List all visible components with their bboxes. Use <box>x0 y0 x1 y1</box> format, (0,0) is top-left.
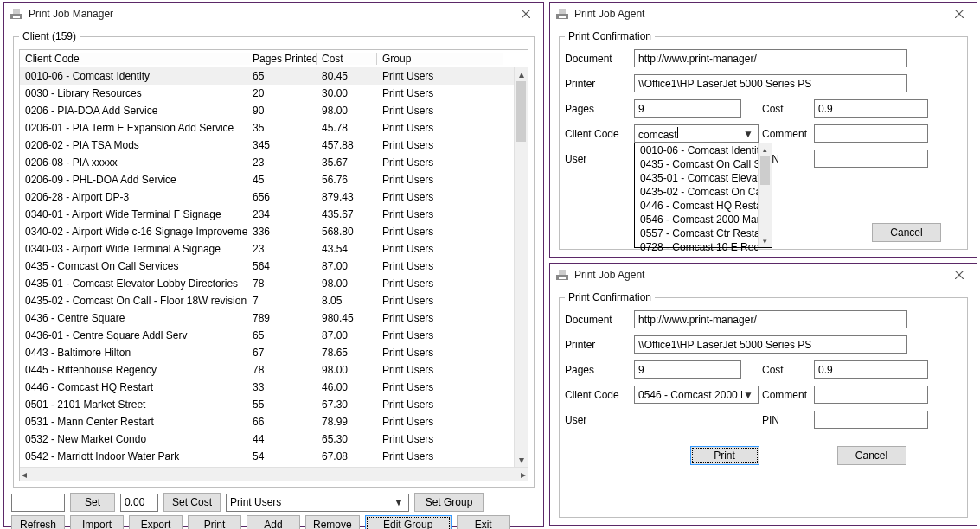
scroll-down-icon[interactable]: ▾ <box>515 453 528 467</box>
table-row[interactable]: 0030 - Library Resources2030.00Print Use… <box>20 85 514 102</box>
table-row[interactable]: 0446 - Comcast HQ Restart3346.00Print Us… <box>20 379 514 396</box>
table-row[interactable]: 0436-01 - Centre Square Addl Serv6587.00… <box>20 327 514 344</box>
dropdown-item[interactable]: 0435-01 - Comcast Elevat <box>635 171 758 185</box>
dropdown-scrollbar[interactable]: ▴ ▾ <box>758 143 772 247</box>
pin-field[interactable] <box>814 411 928 429</box>
remove-button[interactable]: Remove <box>305 515 360 529</box>
cell-group: Print Users <box>377 312 503 324</box>
export-button[interactable]: Export <box>129 515 183 529</box>
group-legend: Print Confirmation <box>565 30 655 42</box>
cell-cost: 65.30 <box>317 433 377 445</box>
scroll-thumb[interactable] <box>760 156 770 185</box>
col-client-code[interactable]: Client Code <box>20 53 247 65</box>
document-field[interactable] <box>634 310 907 328</box>
set-cost-button[interactable]: Set Cost <box>163 493 221 512</box>
client-table[interactable]: Client Code Pages Printed Cost Group 001… <box>19 49 528 481</box>
scroll-up-icon[interactable]: ▴ <box>759 143 772 156</box>
table-row[interactable]: 0531 - Mann Center Restart6678.99Print U… <box>20 413 514 430</box>
table-row[interactable]: 0435 - Comcast On Call Services56487.00P… <box>20 258 514 275</box>
scroll-right-icon[interactable]: ▸ <box>521 468 526 481</box>
dropdown-item[interactable]: 0435 - Comcast On Call S <box>635 157 758 171</box>
dropdown-item[interactable]: 0435-02 - Comcast On Cal <box>635 185 758 199</box>
cell-cost: 435.67 <box>317 208 377 220</box>
table-row[interactable]: 0542 - Marriott Indoor Water Park5467.08… <box>20 448 514 465</box>
dropdown-item[interactable]: 0546 - Comcast 2000 Mar <box>635 213 758 226</box>
pages-field[interactable] <box>634 360 741 379</box>
table-row[interactable]: 0445 - Rittenhouse Regency7898.00Print U… <box>20 361 514 379</box>
dropdown-item[interactable]: 0446 - Comcast HQ Resta <box>635 199 758 213</box>
table-row[interactable]: 0206-01 - PIA Term E Expansion Add Servi… <box>20 119 514 137</box>
table-header: Client Code Pages Printed Cost Group <box>20 50 528 67</box>
app-icon <box>10 7 23 21</box>
pages-field[interactable] <box>634 99 741 118</box>
table-row[interactable]: 0206-08 - PIA xxxxx2335.67Print Users <box>20 154 514 171</box>
scroll-up-icon[interactable]: ▴ <box>515 67 528 81</box>
print-button[interactable]: Print <box>690 446 759 465</box>
cell-cost: 78.65 <box>317 347 377 359</box>
col-cost[interactable]: Cost <box>317 53 377 65</box>
cell-pages-printed: 66 <box>247 416 317 428</box>
cost-field[interactable] <box>814 99 928 118</box>
vertical-scrollbar[interactable]: ▴ ▾ <box>514 67 528 467</box>
table-row[interactable]: 0436 - Centre Square789980.45Print Users <box>20 309 514 327</box>
cell-group: Print Users <box>377 191 503 203</box>
exit-button[interactable]: Exit <box>457 515 510 529</box>
table-row[interactable]: 0340-02 - Airport Wide c-16 Signage Impr… <box>20 223 514 240</box>
client-code-label: Client Code <box>565 389 634 401</box>
table-row[interactable]: 0532 - New Market Condo4465.30Print User… <box>20 430 514 448</box>
dropdown-item[interactable]: 0728 - Comcast 10 E Rec <box>635 240 758 254</box>
dropdown-item[interactable]: 0557 - Comcast Ctr Resta <box>635 226 758 240</box>
print-job-manager-window: Print Job Manager Client (159) Client Co… <box>3 2 544 527</box>
cell-group: Print Users <box>377 139 503 151</box>
printer-field[interactable] <box>634 74 907 92</box>
table-row[interactable]: 0010-06 - Comcast Identity6580.45Print U… <box>20 67 514 85</box>
titlebar[interactable]: Print Job Agent <box>550 264 977 286</box>
cancel-button[interactable]: Cancel <box>872 223 941 242</box>
close-icon[interactable] <box>514 5 538 22</box>
document-field[interactable] <box>634 49 907 67</box>
cell-client-code: 0206 - PIA-DOA Add Service <box>20 105 247 117</box>
table-row[interactable]: 0340-03 - Airport Wide Terminal A Signag… <box>20 240 514 258</box>
table-row[interactable]: 0206 - PIA-DOA Add Service9098.00Print U… <box>20 102 514 119</box>
table-row[interactable]: 0206-02 - PIA TSA Mods345457.88Print Use… <box>20 137 514 154</box>
col-pages-printed[interactable]: Pages Printed <box>247 53 317 65</box>
client-code-dropdown[interactable]: 0010-06 - Comcast Identit0435 - Comcast … <box>634 143 772 248</box>
comment-field[interactable] <box>814 124 928 143</box>
set-input[interactable] <box>11 494 65 512</box>
table-row[interactable]: 0443 - Baltimore Hilton6778.65Print User… <box>20 344 514 361</box>
cost-field[interactable] <box>814 360 928 379</box>
table-row[interactable]: 0206-28 - Airport DP-3656879.43Print Use… <box>20 188 514 206</box>
table-row[interactable]: 0501 - 2101 Market Street5567.30Print Us… <box>20 396 514 413</box>
printer-field[interactable] <box>634 335 907 354</box>
comment-field[interactable] <box>814 386 928 404</box>
close-icon[interactable] <box>947 266 971 284</box>
cell-pages-printed: 234 <box>247 208 317 220</box>
table-row[interactable]: 0435-02 - Comcast On Call - Floor 18W re… <box>20 292 514 309</box>
cell-pages-printed: 55 <box>247 398 317 411</box>
horizontal-scrollbar[interactable]: ◂ ▸ <box>20 467 528 481</box>
col-group[interactable]: Group <box>377 53 503 65</box>
client-code-combo[interactable]: 0546 - Comcast 2000 Mar ▼ <box>634 386 759 404</box>
set-button[interactable]: Set <box>70 493 115 512</box>
scroll-thumb[interactable] <box>516 81 526 142</box>
edit-group-button[interactable]: Edit Group <box>365 515 452 529</box>
titlebar[interactable]: Print Job Manager <box>4 3 543 25</box>
client-code-combo[interactable]: comcast ▼ <box>634 124 759 143</box>
cancel-button[interactable]: Cancel <box>837 446 906 465</box>
scroll-left-icon[interactable]: ◂ <box>22 468 27 481</box>
refresh-button[interactable]: Refresh <box>11 515 65 529</box>
dropdown-item[interactable]: 0010-06 - Comcast Identit <box>635 143 758 157</box>
close-icon[interactable] <box>947 5 971 22</box>
table-row[interactable]: 0340-01 - Airport Wide Terminal F Signag… <box>20 206 514 223</box>
print-button[interactable]: Print <box>188 515 241 529</box>
table-row[interactable]: 0206-09 - PHL-DOA Add Service4556.76Prin… <box>20 171 514 188</box>
group-combo[interactable]: Print Users ▼ <box>226 494 409 512</box>
table-row[interactable]: 0435-01 - Comcast Elevator Lobby Directo… <box>20 275 514 292</box>
titlebar[interactable]: Print Job Agent <box>550 3 977 25</box>
set-group-button[interactable]: Set Group <box>414 493 484 512</box>
cost-input[interactable] <box>120 494 158 512</box>
add-button[interactable]: Add <box>247 515 300 529</box>
import-button[interactable]: Import <box>70 515 124 529</box>
pin-field[interactable] <box>814 150 928 168</box>
scroll-down-icon[interactable]: ▾ <box>759 235 772 247</box>
